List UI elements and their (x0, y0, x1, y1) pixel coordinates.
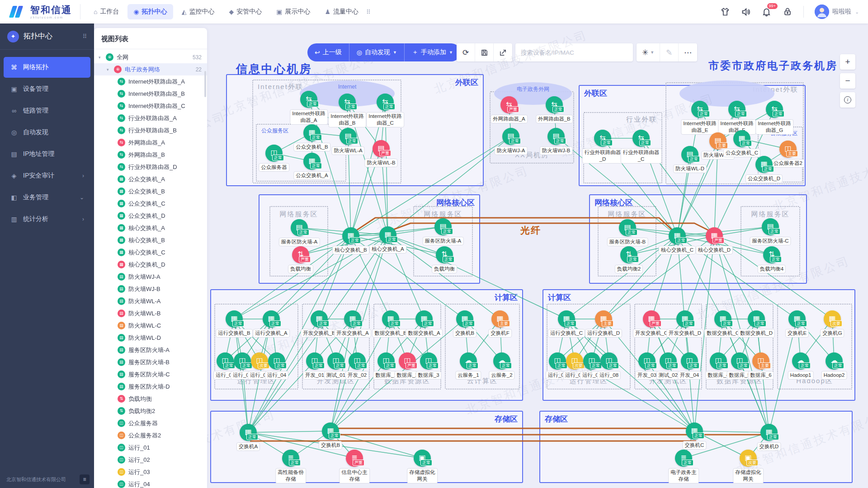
topology-node-devB[interactable]: ▦正常 (311, 310, 328, 328)
tree-device-20[interactable]: ▤防火墙WL-C (94, 319, 207, 332)
topology-node-psa[interactable]: ▦正常 (303, 153, 321, 170)
topology-node-dev04[interactable]: ◫正常 (681, 352, 698, 370)
sidebar-item-1[interactable]: ▣设备管理 (4, 79, 90, 99)
topology-node-runB[interactable]: ▦正常 (226, 310, 243, 328)
tree-device-0[interactable]: ⇆Internet外联路由器_A (94, 75, 207, 88)
zoom-in-button[interactable]: + (840, 54, 855, 70)
zoom-out-button[interactable]: − (840, 73, 855, 89)
tree-device-24[interactable]: ▤服务区防火墙-C (94, 368, 207, 380)
topology-node-test02[interactable]: ◫正常 (660, 352, 677, 370)
topology-node-clF[interactable]: ▦主要 (491, 310, 509, 328)
topology-node-run08[interactable]: ◫正常 (600, 352, 618, 370)
topology-node-rc[interactable]: ⇆正常 (377, 94, 394, 111)
topology-node-hdG[interactable]: ▦次要 (824, 310, 841, 328)
topology-node-lb1r[interactable]: ⇅正常 (436, 246, 453, 263)
tree-device-10[interactable]: ▦公众交换机_C (94, 197, 207, 210)
tree-root[interactable]: ▾⊕全网532 (94, 51, 207, 63)
topology-node-pscD[interactable]: ▦正常 (755, 156, 773, 173)
topology-node-sfwc[interactable]: ▤正常 (762, 218, 779, 235)
sidebar-toggle-button[interactable]: ≡ (80, 474, 90, 484)
topology-node-re[interactable]: ⇆正常 (691, 101, 708, 118)
sidebar-item-5[interactable]: ◈IP安全审计› (4, 165, 90, 186)
topology-node-db3[interactable]: ◫正常 (420, 352, 437, 370)
topology-node-fwjb[interactable]: ▤正常 (547, 128, 565, 145)
topology-node-fwla[interactable]: ▤正常 (340, 128, 357, 145)
topology-node-gz[interactable]: ≣正常 (675, 450, 692, 467)
tree-device-26[interactable]: ⇅负载均衡 (94, 393, 207, 405)
topology-node-fwld[interactable]: ▤正常 (681, 146, 698, 163)
tree-device-3[interactable]: ⇆行业外联路由器_A (94, 112, 207, 124)
nav-tab-2[interactable]: ◭监控中心 (176, 4, 221, 19)
search-input[interactable] (515, 43, 633, 61)
topology-node-devD[interactable]: ▦正常 (676, 310, 693, 328)
tree-device-19[interactable]: ▤防火墙WL-B (94, 307, 207, 319)
tree-device-23[interactable]: ▤服务区防火墙-B (94, 356, 207, 368)
export-button[interactable] (494, 43, 512, 61)
topology-node-hrd[interactable]: ⇆正常 (594, 130, 611, 147)
topology-node-rb[interactable]: ⇆正常 (339, 94, 356, 111)
auto-discover-button[interactable]: ◎自动发现▼ (349, 43, 405, 61)
topology-node-hd1[interactable]: ☁正常 (792, 352, 809, 370)
manual-add-button[interactable]: ＋手动添加▼ (405, 43, 460, 61)
topology-node-dev03[interactable]: ◫正常 (638, 352, 656, 370)
topology-node-run02[interactable]: ◫正常 (234, 352, 251, 370)
topology-node-hdE[interactable]: ▦正常 (788, 310, 806, 328)
topology-node-corea[interactable]: ▦正常 (379, 226, 396, 244)
topology-node-runC[interactable]: ▦正常 (558, 310, 575, 328)
theme-shirt-icon[interactable] (720, 7, 730, 17)
topology-node-vgw1[interactable]: ▣正常 (414, 450, 431, 467)
topology-node-rg[interactable]: ⇆正常 (766, 101, 783, 118)
lock-icon[interactable] (783, 7, 793, 17)
tree-device-12[interactable]: ▦核心交换机_A (94, 222, 207, 234)
topology-node-cs1[interactable]: ☁正常 (460, 352, 477, 370)
nav-tab-0[interactable]: ⌂工作台 (88, 4, 125, 19)
topology-node-dbD[interactable]: ▦正常 (748, 310, 765, 328)
tree-device-9[interactable]: ▦公众交换机_B (94, 185, 207, 197)
refresh-button[interactable]: ⟳ (457, 43, 475, 61)
topology-node-sfwa2[interactable]: ▤正常 (434, 218, 452, 235)
topology-node-clB[interactable]: ▦正常 (456, 310, 473, 328)
tree-device-22[interactable]: ▤服务区防火墙-A (94, 344, 207, 356)
sidebar-item-3[interactable]: ◎自动发现 (4, 122, 90, 143)
topology-node-stA[interactable]: ▦正常 (240, 424, 257, 441)
tree-device-7[interactable]: ⇆行业外联路由器_D (94, 161, 207, 173)
tree-device-4[interactable]: ⇆行业外联路由器_B (94, 124, 207, 136)
tree-device-8[interactable]: ▦公众交换机_A (94, 173, 207, 185)
tree-device-16[interactable]: ▤防火墙WJ-A (94, 271, 207, 283)
tree-device-30[interactable]: ◫运行_01 (94, 441, 207, 454)
topology-node-db2[interactable]: ◫严重 (399, 352, 416, 370)
tree-device-14[interactable]: ▦核心交换机_C (94, 246, 207, 258)
topology-node-dbA[interactable]: ▦正常 (415, 310, 433, 328)
topology-node-stD[interactable]: ▦正常 (760, 424, 778, 441)
tree-scrollbar[interactable] (204, 71, 206, 97)
topology-node-psb[interactable]: ▦正常 (303, 124, 321, 141)
topology-node-ic[interactable]: ≣严重 (346, 450, 363, 467)
up-level-button[interactable]: ↩上一级 (307, 43, 349, 61)
tree-device-33[interactable]: ◫运行_04 (94, 478, 207, 488)
topology-node-fwlb[interactable]: ▤严重 (373, 140, 390, 157)
topology-node-cored[interactable]: ▦严重 (706, 227, 723, 244)
topology-node-runA[interactable]: ▦正常 (263, 310, 280, 328)
topology-node-fwja[interactable]: ▤正常 (502, 128, 519, 145)
topology-node-run04[interactable]: ◫正常 (268, 352, 285, 370)
tree-device-17[interactable]: ▤防火墙WJ-B (94, 283, 207, 295)
topology-node-lb2[interactable]: ⇅正常 (620, 246, 637, 263)
tree-device-1[interactable]: ⇆Internet外联路由器_B (94, 88, 207, 100)
sidebar-item-6[interactable]: ◧业务管理⌄ (4, 187, 90, 208)
tree-device-13[interactable]: ▦核心交换机_B (94, 234, 207, 246)
topology-node-run06[interactable]: ◫次要 (566, 352, 583, 370)
topology-node-db6[interactable]: ◫主要 (752, 352, 769, 370)
topology-node-dbB[interactable]: ▦正常 (382, 310, 399, 328)
topology-node-devA[interactable]: ▦正常 (344, 310, 361, 328)
topology-node-wra[interactable]: ⇆严重 (500, 96, 518, 113)
tree-device-32[interactable]: ◫运行_03 (94, 466, 207, 478)
tree-device-29[interactable]: ◫公众服务器2 (94, 429, 207, 441)
topology-node-corec[interactable]: ▦正常 (669, 227, 686, 244)
topology-node-pssrv[interactable]: ◫正常 (265, 145, 283, 162)
topology-node-runD[interactable]: ▦主要 (595, 310, 612, 328)
info-button[interactable]: i (840, 92, 855, 108)
tree-device-28[interactable]: ◫公众服务器 (94, 417, 207, 429)
save-button[interactable] (475, 43, 494, 61)
topology-node-ra[interactable]: ⇆正常 (300, 91, 317, 108)
topology-node-vgw2[interactable]: ▣次要 (740, 450, 757, 467)
